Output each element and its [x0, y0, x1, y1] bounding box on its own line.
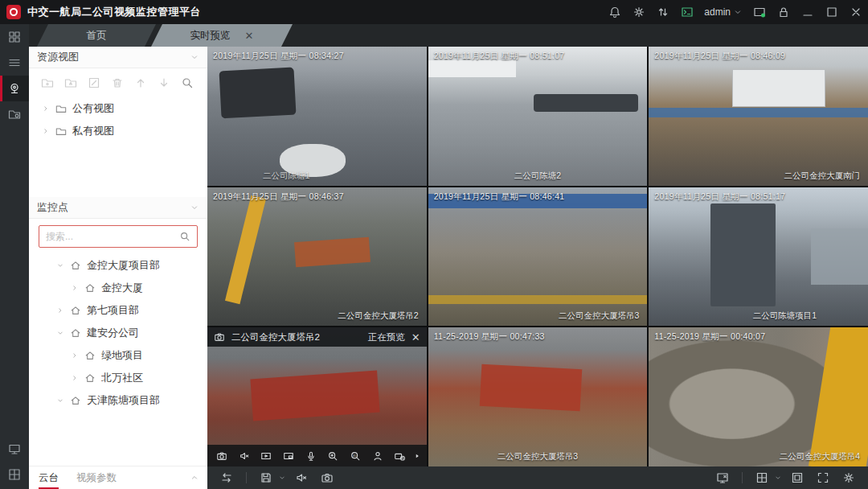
person-locate-icon[interactable]: [368, 446, 387, 466]
settings-gear-icon[interactable]: [627, 0, 651, 24]
maximize-button[interactable]: [820, 0, 844, 24]
close-icon[interactable]: ✕: [411, 332, 420, 343]
resource-view-header[interactable]: 资源视图: [29, 47, 207, 68]
chevron-right-icon: [71, 284, 79, 292]
tab-home-label: 首页: [87, 29, 107, 43]
tree-item-label: 天津陈塘项目部: [87, 393, 160, 408]
osd-camera-label: 二公司陈塘2: [514, 171, 561, 182]
picture-in-picture-icon[interactable]: [279, 446, 298, 466]
tab-ptz[interactable]: 云台: [39, 466, 59, 489]
minimize-button[interactable]: [796, 0, 820, 24]
osd-camera-label: 二公司金控大厦塔吊3: [497, 451, 578, 462]
settings-gear-icon[interactable]: [837, 466, 860, 489]
stream-mode-icon[interactable]: [215, 466, 238, 489]
tab-bar: 首页 实时预览 ✕: [29, 24, 868, 47]
rail-bottom-group: [0, 436, 29, 487]
chevron-up-icon[interactable]: [190, 473, 199, 483]
osd-timestamp: 2019年11月25日 星期一 08:46:41: [434, 191, 565, 203]
app-title: 中交一航局二公司视频监控管理平台: [27, 5, 201, 19]
video-cell-5[interactable]: 2019年11月25日 星期一 08:46:41 二公司金控大厦塔吊3: [428, 187, 648, 327]
osd-timestamp: 11-25-2019 星期一 00:47:33: [434, 331, 545, 343]
tree-item-public-views[interactable]: 公有视图: [29, 97, 207, 120]
microphone-icon[interactable]: [301, 446, 321, 466]
close-all-screens-icon[interactable]: [711, 466, 734, 489]
video-cell-6[interactable]: 2019年11月25日 星期一 08:51:17 二公司陈塘项目1: [649, 187, 868, 327]
timed-snapshot-icon[interactable]: [391, 446, 410, 466]
zoom-3d-icon[interactable]: 3D: [346, 446, 365, 466]
zoom-in-icon[interactable]: [324, 446, 343, 466]
webcam-icon[interactable]: [0, 76, 29, 101]
tree-item-private-views[interactable]: 私有视图: [29, 120, 207, 142]
arrow-down-icon[interactable]: [152, 72, 175, 94]
trash-icon[interactable]: [105, 72, 129, 94]
osd-camera-label: 二公司陈塘项目1: [753, 310, 817, 322]
preview-status-badge: 正在预览: [368, 331, 405, 343]
osd-timestamp: 11-25-2019 星期一 00:40:07: [654, 331, 765, 343]
search-input[interactable]: [46, 231, 179, 242]
user-menu[interactable]: admin: [699, 6, 747, 18]
projection-icon[interactable]: [0, 436, 29, 462]
video-cell-2[interactable]: 2019年11月25日 星期一 08:51:07 二公司陈塘2: [428, 47, 648, 186]
video-cell-4[interactable]: 2019年11月25日 星期一 08:46:37 二公司金控大厦塔吊2: [207, 187, 427, 327]
layout-grid-icon[interactable]: [751, 466, 773, 489]
tab-live-preview[interactable]: 实时预览 ✕: [151, 24, 293, 47]
multi-screen-icon[interactable]: [0, 462, 29, 487]
video-cell-7-selected[interactable]: 二公司金控大厦塔吊2 正在预览 ✕ 3D: [207, 327, 427, 466]
tree-item-label: 北万社区: [101, 371, 143, 385]
menu-lines-icon[interactable]: [0, 50, 29, 76]
search-icon[interactable]: [175, 72, 199, 94]
video-cell-1[interactable]: 2019年11月25日 星期一 08:34:27 二公司陈塘1: [207, 47, 427, 186]
speaker-mute-icon[interactable]: [235, 446, 254, 466]
tree-item-site[interactable]: 天津陈塘项目部: [29, 389, 207, 412]
monitor-points-header[interactable]: 监控点: [29, 197, 207, 219]
arrow-up-icon[interactable]: [129, 72, 152, 94]
tab-close-icon[interactable]: ✕: [245, 31, 254, 41]
save-disk-icon[interactable]: [255, 466, 277, 489]
folder-media-icon[interactable]: [59, 72, 82, 94]
tree-item-site[interactable]: 金控大厦项目部: [29, 254, 207, 277]
osd-camera-label: 二公司金控大厦塔吊2: [338, 310, 418, 322]
speaker-mute-icon[interactable]: [290, 466, 313, 489]
chevron-down-icon: [733, 7, 743, 17]
tree-item-site[interactable]: 第七项目部: [29, 299, 207, 322]
video-cell-3[interactable]: 2019年11月25日 星期一 08:46:09 二公司金控大厦南门: [649, 47, 868, 186]
folder-add-icon[interactable]: [35, 72, 59, 94]
single-screen-icon[interactable]: [786, 466, 809, 489]
home-icon: [70, 260, 81, 271]
osd-timestamp: 2019年11月25日 星期一 08:46:09: [654, 51, 785, 62]
edit-icon[interactable]: [82, 72, 105, 94]
snapshot-camera-icon[interactable]: [316, 466, 338, 489]
divider: [246, 472, 247, 483]
snapshot-camera-icon[interactable]: [212, 446, 231, 466]
tree-item-site[interactable]: 建安分公司: [29, 322, 207, 344]
lock-icon[interactable]: [772, 0, 796, 24]
tree-item-site[interactable]: 北万社区: [29, 367, 207, 389]
more-arrow-icon[interactable]: [412, 452, 421, 460]
tab-video-params[interactable]: 视频参数: [76, 466, 117, 489]
selected-cell-header: 二公司金控大厦塔吊2 正在预览 ✕: [207, 327, 427, 347]
tree-item-site[interactable]: 金控大厦: [29, 277, 207, 299]
osd-timestamp: 2019年11月25日 星期一 08:46:37: [213, 191, 344, 203]
folder-icon: [55, 103, 67, 114]
screenshot-status-icon[interactable]: [747, 0, 772, 24]
tab-home[interactable]: 首页: [37, 24, 156, 47]
chevron-down-icon[interactable]: [277, 474, 287, 482]
sort-arrows-icon[interactable]: [651, 0, 675, 24]
tree-item-site[interactable]: 绿地项目: [29, 344, 207, 367]
video-cell-9[interactable]: 11-25-2019 星期一 00:40:07 二公司金控大厦塔吊4: [649, 327, 868, 466]
record-film-icon[interactable]: [256, 446, 276, 466]
terminal-icon[interactable]: [675, 0, 699, 24]
close-button[interactable]: [844, 0, 868, 24]
folder-settings-icon[interactable]: [0, 101, 29, 127]
search-icon[interactable]: [179, 231, 190, 242]
monitor-tree: 金控大厦项目部 金控大厦 第七项目部 建安分公司 绿地项目 北万社区: [29, 254, 207, 466]
chevron-down-icon[interactable]: [773, 474, 783, 482]
tree-item-label: 金控大厦项目部: [87, 258, 160, 273]
bell-icon[interactable]: [603, 0, 627, 24]
apps-grid-icon[interactable]: [0, 24, 29, 50]
sidebar-spacer: [29, 142, 207, 197]
osd-camera-label: 二公司金控大厦南门: [784, 171, 860, 182]
osd-timestamp: 2019年11月25日 星期一 08:34:27: [213, 51, 344, 62]
fullscreen-icon[interactable]: [812, 466, 834, 489]
video-cell-8[interactable]: 11-25-2019 星期一 00:47:33 二公司金控大厦塔吊3: [428, 327, 648, 466]
